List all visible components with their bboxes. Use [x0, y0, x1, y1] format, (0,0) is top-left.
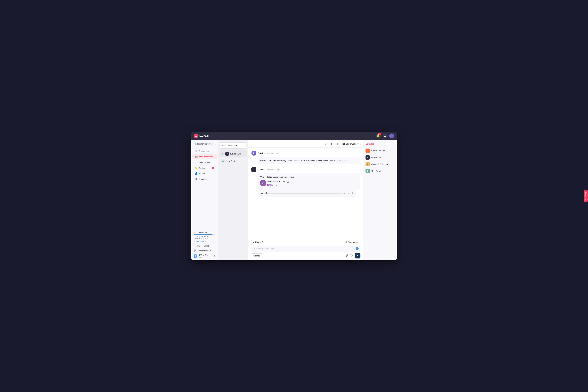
model-item-stable-diffusion[interactable]: Stable Diffusion V3: [366, 147, 394, 154]
message-header-eleven: II eleven a few seconds ago: [252, 167, 360, 172]
chat-item-elevenlabs[interactable]: ⏸ II ElevenLabs ···: [219, 150, 247, 157]
newchat-icon: 🤖: [221, 159, 225, 163]
new-chat-button[interactable]: + Nouveau chat: [220, 142, 246, 148]
model-chevron-icon: ∨: [357, 143, 359, 145]
voice-label: Sarah: [255, 241, 260, 243]
audio-play-button[interactable]: ▶: [260, 191, 264, 195]
sidebar-item-projects[interactable]: 📁 Projets 1: [192, 165, 217, 171]
sidebar-item-data[interactable]: 🗄 Données: [192, 176, 217, 182]
credit-label: 💳 Crédit actuel: [194, 231, 216, 234]
credit-progress-bar: [194, 234, 216, 235]
eleven-message-bubble: Voici le fichier audio généré pour vous …: [258, 173, 360, 190]
audio-file-info: swiftask-voice-sarah.ogg ogg 84 kB: [267, 180, 358, 186]
send-icon: ➤: [357, 254, 358, 257]
prompts-label: Prompts: [253, 255, 260, 257]
credit-restant: Crédit restant : 885 375: [194, 236, 216, 238]
credit-info: Crédit restant : 885 375 Crédit total : …: [194, 236, 216, 240]
microphone-button[interactable]: 🎤: [345, 254, 348, 258]
chat-item-more-button[interactable]: ···: [243, 152, 245, 155]
upgrade-icon: ⚡: [194, 245, 196, 247]
pause-header-button[interactable]: ⏸: [335, 142, 340, 146]
message-input[interactable]: [253, 248, 354, 250]
weather-icon: ☁: [384, 134, 386, 138]
sidebar-item-assistant-label: Mon Assistant: [199, 156, 212, 158]
model-item-claude[interactable]: A Claude 3.5 Sonnet: [366, 161, 394, 168]
sidebar-item-agents[interactable]: 👤 Agents: [192, 171, 217, 176]
app-title: Swiftask: [199, 134, 209, 137]
input-check-button[interactable]: ✓: [356, 247, 358, 250]
logo-icon: [194, 134, 198, 138]
refresh-icon: ↺: [325, 142, 327, 145]
eleven-avatar: II: [252, 167, 256, 172]
arrow-icon: →: [205, 240, 207, 242]
sidebar-item-projects-label: Projets: [199, 167, 205, 169]
sidebar-collapse-button[interactable]: «: [215, 143, 216, 145]
sidebar: 🔍 Rechercher ⌘+K « 🔍 Rechercher 🤖 Mon As…: [192, 140, 218, 260]
params-icon: ⚙: [345, 241, 347, 243]
upgrade-button[interactable]: ⚡ Passer au Pro: [192, 244, 218, 248]
audio-file-icon: 🔊: [260, 180, 266, 186]
search-icon: 🔍: [194, 143, 196, 145]
settings-icon[interactable]: ⚙: [214, 255, 216, 257]
elevenlabs-badge: II: [366, 155, 370, 160]
search-button[interactable]: 🔍 Rechercher ⌘+K: [193, 142, 214, 146]
input-action-icons: 🎤 📎 ➤: [345, 253, 360, 258]
credit-icon: 💳: [194, 231, 196, 234]
sidebar-item-assistant[interactable]: 🤖 Mon Assistant: [192, 154, 217, 160]
top-bar: Swiftask 🔔 99+ ☁: [192, 132, 396, 140]
sidebar-item-search-label: Rechercher: [199, 150, 209, 152]
chat-messages: O OSNI a few seconds ago Bonjour, commen…: [248, 148, 363, 238]
tasks-icon: ✓: [195, 161, 198, 164]
chat-header: ↺ ⬇ ⏸ II ElevenLabs ∨: [248, 140, 363, 148]
user-profile-row[interactable]: O OSNI's Wor ∨ Free ⚙: [192, 253, 218, 259]
sidebar-item-search[interactable]: 🔍 Rechercher: [192, 148, 217, 154]
user-avatar-top[interactable]: [389, 134, 394, 138]
top-bar-actions: 🔔 99+ ☁: [376, 134, 394, 138]
download-button[interactable]: ⬇: [329, 142, 334, 146]
chat-item-newchat-label: New Chat: [226, 160, 245, 162]
feedback-tab[interactable]: Feedback: [584, 190, 588, 202]
sidebar-item-tasks[interactable]: ✓ Mes Tâches: [192, 160, 217, 165]
osni-message-bubble: Bonjour, commencez dès aujourd'hui à tra…: [258, 157, 360, 164]
user-info: OSNI's Wor ∨ Free: [198, 254, 212, 258]
support-button[interactable]: 💬 Support et discussion: [192, 248, 218, 253]
notifications-badge: 99+: [378, 133, 381, 135]
attach-button[interactable]: 📎: [350, 254, 354, 258]
check-icon: ✓: [356, 248, 358, 250]
voice-selector-button[interactable]: ▶ Sarah ⌃⌄: [251, 240, 267, 244]
projects-badge: 1: [212, 167, 214, 169]
credit-section: 💳 Crédit actuel Crédit restant : 885 375…: [192, 230, 218, 244]
assistant-icon: 🤖: [195, 155, 198, 158]
model-selector[interactable]: II ElevenLabs ∨: [341, 142, 360, 146]
model-item-elevenlabs[interactable]: II ElevenLabs: [366, 154, 394, 161]
paperclip-icon: 📎: [350, 254, 354, 258]
audio-download-button[interactable]: ⬇: [352, 192, 354, 195]
model-item-gpt4o[interactable]: G GPT-4o mini: [366, 168, 394, 174]
voice-selector-row: ▶ Sarah ⌃⌄ ⚙ Paramètres: [251, 240, 360, 244]
audio-progress-track[interactable]: [266, 193, 341, 194]
message-group-osni: O OSNI a few seconds ago Bonjour, commen…: [252, 151, 360, 164]
sidebar-item-data-label: Données: [199, 178, 207, 180]
audio-player: ▶ 0:05 / 0:05 ⬇: [258, 190, 356, 197]
notifications-button[interactable]: 🔔 99+: [376, 134, 381, 138]
microphone-icon: 🎤: [345, 254, 348, 258]
audio-filename: swiftask-voice-sarah.ogg: [267, 180, 358, 183]
send-button[interactable]: ➤: [355, 253, 360, 258]
sidebar-top: 🔍 Rechercher ⌘+K «: [192, 140, 218, 148]
weather-button[interactable]: ☁: [382, 134, 388, 138]
prompts-button[interactable]: Prompts: [251, 254, 263, 258]
stable-diffusion-badge: [366, 148, 370, 153]
chat-item-newchat[interactable]: 🤖 New Chat: [219, 158, 247, 164]
claude-label: Claude 3.5 Sonnet: [371, 163, 388, 166]
credit-details-link[interactable]: Plus de détails →: [194, 240, 216, 242]
pause-header-icon: ⏸: [336, 143, 338, 145]
refresh-button[interactable]: ↺: [324, 142, 328, 146]
model-name: ElevenLabs: [346, 143, 356, 145]
chat-main: ↺ ⬇ ⏸ II ElevenLabs ∨ O: [248, 140, 363, 260]
credit-total: Crédit total : 1 040 500: [194, 238, 216, 240]
osni-sender: OSNI: [258, 152, 263, 154]
params-button[interactable]: ⚙ Paramètres: [343, 240, 360, 244]
search-nav-icon: 🔍: [195, 150, 198, 152]
plus-icon: +: [222, 144, 223, 147]
app-window: Swiftask 🔔 99+ ☁ 🔍 Rechercher ⌘+K «: [192, 132, 396, 260]
